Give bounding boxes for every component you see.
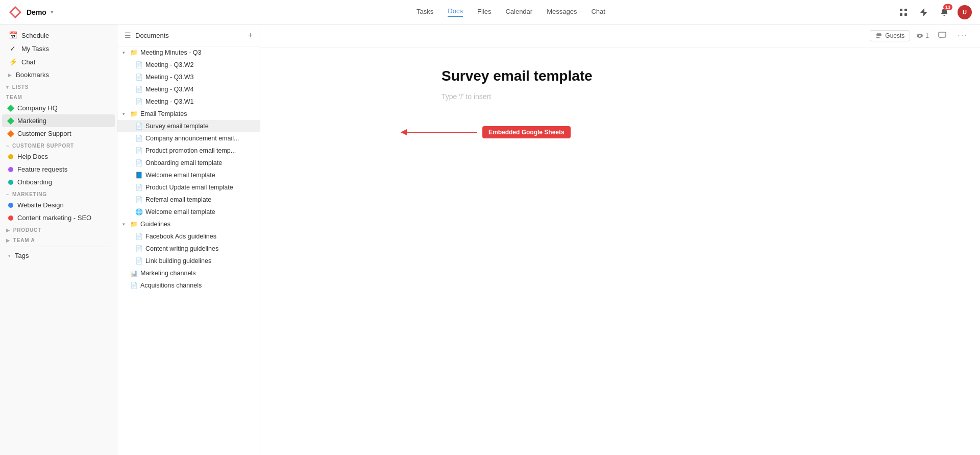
doc-icon: 📄 — [135, 74, 143, 81]
sidebar-item-feature-requests[interactable]: Feature requests — [2, 163, 115, 176]
lists-chevron: ▾ — [6, 85, 9, 90]
customer-support-section-header: ~ CUSTOMER SUPPORT — [0, 140, 117, 150]
nav-messages[interactable]: Messages — [547, 8, 577, 16]
top-nav: Demo ▾ Tasks Docs Files Calendar Message… — [0, 0, 980, 25]
user-avatar[interactable]: U — [958, 5, 972, 19]
doc-icon: 📄 — [135, 123, 143, 130]
doc-tree-product-update[interactable]: 📄 Product Update email template — [117, 181, 260, 194]
sidebar-item-website-design[interactable]: Website Design — [2, 199, 115, 211]
team-a-label: TEAM A — [13, 237, 35, 243]
content-marketing-icon — [8, 215, 13, 221]
sidebar-item-onboarding[interactable]: Onboarding — [2, 176, 115, 188]
onboarding-label: Onboarding — [17, 178, 52, 186]
sidebar-divider — [6, 247, 111, 247]
sidebar-item-company-hq[interactable]: Company HQ — [2, 102, 115, 114]
bolt-icon-btn[interactable] — [917, 5, 931, 19]
doc-icon: 📄 — [135, 245, 143, 252]
doc-title: Survey email template — [442, 68, 799, 84]
doc-body: Survey email template Type '/' to insert… — [401, 47, 840, 121]
doc-placeholder[interactable]: Type '/' to insert — [442, 92, 799, 101]
main-content: Guests 1 ··· Survey email template — [260, 25, 980, 455]
doc-icon: 📄 — [135, 159, 143, 166]
schedule-icon: 📅 — [8, 31, 17, 39]
doc-tree-meeting-q3w1[interactable]: 📄 Meeting - Q3.W1 — [117, 95, 260, 108]
embedded-gsheets-annotation: Embedded Google Sheets — [482, 126, 571, 138]
doc-tree-referral-email[interactable]: 📄 Referral email template — [117, 194, 260, 206]
svg-point-10 — [919, 35, 921, 37]
left-sidebar: 📅 Schedule ✓ My Tasks ⚡ Chat ▶ Bookmarks… — [0, 25, 117, 455]
notification-btn[interactable]: 13 — [937, 5, 951, 19]
folder-icon: 📁 — [130, 110, 138, 117]
workspace-chevron-icon[interactable]: ▾ — [51, 9, 54, 15]
doc-label: Acquisitions channels — [140, 282, 202, 289]
doc-sidebar-title: Documents — [135, 32, 244, 39]
nav-docs[interactable]: Docs — [448, 7, 463, 17]
web-icon: 🌐 — [135, 208, 143, 215]
doc-tree-meeting-q3w2[interactable]: 📄 Meeting - Q3.W2 — [117, 59, 260, 71]
website-design-label: Website Design — [17, 201, 64, 209]
doc-tree-folder-email-templates[interactable]: ▾ 📁 Email Templates — [117, 108, 260, 120]
onboarding-icon — [8, 180, 13, 185]
nav-calendar[interactable]: Calendar — [505, 8, 532, 16]
doc-tree-product-promotion[interactable]: 📄 Product promotion email temp... — [117, 145, 260, 157]
doc-tree-survey-email[interactable]: 📄 Survey email template — [117, 120, 260, 132]
guests-button[interactable]: Guests — [870, 30, 910, 41]
doc-label: Meeting - Q3.W4 — [145, 86, 193, 93]
doc-tree-meeting-q3w3[interactable]: 📄 Meeting - Q3.W3 — [117, 71, 260, 83]
help-docs-label: Help Docs — [17, 153, 48, 160]
gsheet-icon: 📊 — [130, 270, 138, 277]
workspace-section: Demo ▾ — [8, 5, 126, 19]
doc-tree-facebook-ads[interactable]: 📄 Facebook Ads guidelines — [117, 230, 260, 243]
doc-tree-content-writing[interactable]: 📄 Content writing guidelines — [117, 243, 260, 255]
doc-tree-welcome-email-web[interactable]: 🌐 Welcome email template — [117, 206, 260, 218]
sidebar-item-content-marketing[interactable]: Content marketing - SEO — [2, 211, 115, 224]
lists-section-header: ▾ Lists — [0, 81, 117, 91]
doc-label: Welcome email template — [145, 172, 215, 179]
doc-tree-link-building[interactable]: 📄 Link building guidelines — [117, 255, 260, 267]
doc-tree-meeting-q3w4[interactable]: 📄 Meeting - Q3.W4 — [117, 83, 260, 95]
chat-icon: ⚡ — [8, 58, 17, 66]
sidebar-item-my-tasks[interactable]: ✓ My Tasks — [2, 42, 115, 55]
folder-label: Meeting Minutes - Q3 — [140, 49, 202, 56]
grid-icon-btn[interactable] — [896, 5, 911, 19]
sidebar-item-bookmarks[interactable]: ▶ Bookmarks — [2, 68, 115, 81]
doc-icon: 📄 — [135, 86, 143, 93]
comment-icon — [938, 32, 946, 40]
main-layout: 📅 Schedule ✓ My Tasks ⚡ Chat ▶ Bookmarks… — [0, 25, 980, 455]
nav-tasks[interactable]: Tasks — [416, 8, 433, 16]
doc-tree-company-announcement[interactable]: 📄 Company announcement email... — [117, 132, 260, 145]
doc-label: Meeting - Q3.W1 — [145, 98, 193, 105]
sidebar-item-tags[interactable]: ▾ Tags — [2, 249, 115, 262]
doc-label: Content writing guidelines — [145, 245, 218, 252]
sidebar-item-customer-support[interactable]: Customer Support — [2, 127, 115, 140]
doc-tree-folder-meeting-minutes-q3[interactable]: ▾ 📁 Meeting Minutes - Q3 — [117, 46, 260, 59]
doc-tree-folder-guidelines[interactable]: ▾ 📁 Guidelines — [117, 218, 260, 230]
product-chevron: ▶ — [6, 228, 10, 233]
nav-files[interactable]: Files — [477, 8, 491, 16]
doc-tree-onboarding-email[interactable]: 📄 Onboarding email template — [117, 157, 260, 169]
top-nav-links: Tasks Docs Files Calendar Messages Chat — [126, 7, 896, 17]
hamburger-icon[interactable]: ☰ — [125, 31, 131, 39]
nav-chat[interactable]: Chat — [591, 8, 605, 16]
sidebar-item-schedule[interactable]: 📅 Schedule — [2, 29, 115, 42]
add-doc-icon[interactable]: + — [248, 31, 253, 40]
guests-label: Guests — [885, 32, 904, 39]
website-design-icon — [8, 203, 13, 208]
doc-tree-acquisitions-channels[interactable]: 📄 Acquisitions channels — [117, 279, 260, 292]
folder-icon: 📁 — [130, 49, 138, 56]
sidebar-item-marketing[interactable]: Marketing — [2, 114, 115, 127]
doc-tree-welcome-email-gdoc[interactable]: 📘 Welcome email template — [117, 169, 260, 181]
marketing-section-chevron: ~ — [6, 192, 9, 197]
sidebar-item-help-docs[interactable]: Help Docs — [2, 150, 115, 163]
folder-toggle-icon: ▾ — [122, 111, 128, 116]
folder-label: Email Templates — [140, 110, 187, 117]
customer-support-chevron: ~ — [6, 143, 9, 149]
viewers-btn[interactable]: 1 — [916, 29, 929, 43]
workspace-name: Demo — [27, 8, 46, 16]
schedule-label: Schedule — [21, 32, 49, 39]
doc-tree-marketing-channels[interactable]: 📊 Marketing channels — [117, 267, 260, 279]
svg-point-8 — [878, 33, 881, 36]
sidebar-item-chat[interactable]: ⚡ Chat — [2, 55, 115, 68]
more-options-btn[interactable]: ··· — [955, 29, 970, 43]
comment-btn[interactable] — [935, 29, 949, 43]
